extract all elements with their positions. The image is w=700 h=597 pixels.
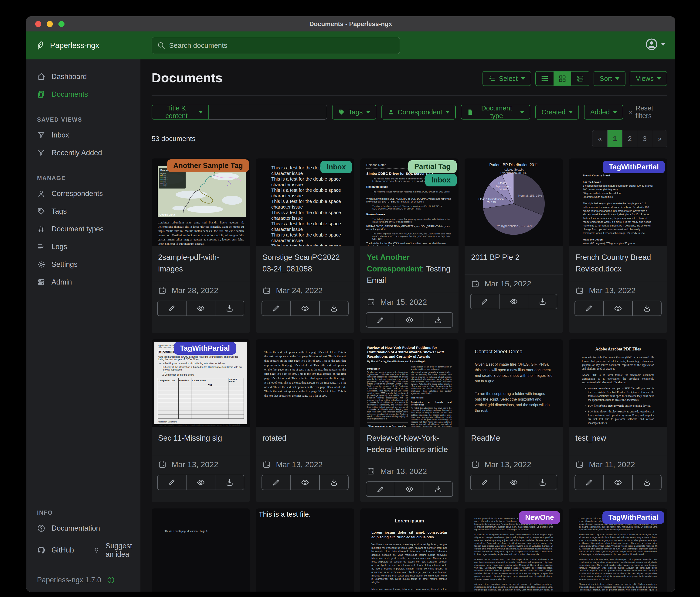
view-button[interactable] [291, 475, 319, 489]
chevron-down-icon [521, 77, 525, 80]
page-next-button[interactable]: » [652, 130, 667, 147]
sidebar-item-admin[interactable]: Admin [37, 273, 140, 291]
view-button[interactable] [186, 475, 215, 489]
document-thumbnail[interactable]: Review of New York Federal Petitions for… [360, 339, 458, 427]
download-button[interactable] [632, 475, 661, 489]
edit-button[interactable] [262, 475, 291, 489]
view-button[interactable] [291, 301, 319, 315]
document-title-link[interactable]: rotated [256, 427, 354, 454]
thumbnail-text: Aliquam et ex interdum, rutrum neque ut,… [579, 583, 657, 592]
global-search[interactable] [152, 37, 400, 54]
filter-query-input[interactable] [209, 104, 327, 120]
edit-button[interactable] [158, 301, 186, 315]
document-title-link[interactable]: 2sample-pdf-with-images [152, 246, 250, 280]
sidebar-item-document-types[interactable]: Document types [37, 220, 140, 238]
edit-button[interactable] [158, 475, 186, 489]
download-button[interactable] [319, 475, 348, 489]
view-button[interactable] [395, 313, 424, 327]
view-button[interactable] [186, 301, 215, 315]
search-input[interactable] [169, 42, 395, 49]
brand[interactable]: Paperless-ngx [35, 41, 99, 50]
sort-button[interactable]: Sort [594, 71, 625, 86]
sidebar-item-correspondents[interactable]: Correspondents [37, 185, 140, 202]
document-title-link[interactable]: Yet Another Correspondent: Testing Email [360, 246, 458, 292]
download-button[interactable] [215, 475, 244, 489]
filter-field-button[interactable]: Title & content [152, 104, 209, 120]
reset-filters-button[interactable]: × Reset filters [628, 104, 667, 120]
view-grid-button[interactable] [553, 72, 571, 86]
edit-button[interactable] [575, 475, 603, 489]
document-title-link[interactable]: ReadMe [465, 427, 563, 454]
chevron-down-icon [446, 111, 450, 114]
view-button[interactable] [603, 475, 632, 489]
sidebar-item-logs[interactable]: Logs [37, 238, 140, 256]
sidebar-item-inbox[interactable]: Inbox [37, 126, 140, 144]
edit-button[interactable] [471, 294, 499, 309]
document-thumbnail[interactable]: This is the text that appears on the fir… [256, 339, 354, 427]
page-3-button[interactable]: 3 [637, 130, 652, 147]
sidebar-item-tags[interactable]: Tags [37, 202, 140, 220]
info-circle-icon[interactable] [107, 576, 115, 584]
document-title-link[interactable]: 2011 BP Pie 2 [465, 246, 563, 273]
document-title-link[interactable]: Review-of-New-York-Federal-Petitions-art… [360, 427, 458, 461]
download-button[interactable] [424, 482, 452, 496]
filter-added-button[interactable]: Added [584, 104, 623, 120]
tag-badge[interactable]: TagWithPartial [602, 511, 665, 524]
download-button[interactable] [632, 301, 661, 315]
sidebar-item-github[interactable]: GitHub [37, 541, 74, 559]
download-button[interactable] [528, 475, 557, 489]
view-button[interactable] [499, 294, 528, 309]
document-thumbnail[interactable]: Contact Sheet Demo Given a set of image … [465, 339, 563, 427]
map-legend-item: Day 1 [164, 175, 168, 177]
document-thumbnail[interactable]: Patient BP Distribution 2011 Isolated Sy… [465, 159, 563, 246]
sidebar-item-documents[interactable]: Documents [37, 86, 140, 103]
tag-badge[interactable]: Inbox [425, 174, 457, 186]
user-menu[interactable] [645, 38, 665, 51]
edit-button[interactable] [262, 301, 291, 315]
filter-document-type-button[interactable]: Document type [461, 104, 530, 120]
edit-button[interactable] [575, 301, 603, 315]
view-button[interactable] [395, 482, 424, 496]
page-1-button[interactable]: 1 [607, 130, 622, 147]
select-button[interactable]: Select [482, 71, 531, 86]
document-correspondent[interactable]: Yet Another Correspondent [367, 253, 422, 273]
sidebar-item-dashboard[interactable]: Dashboard [37, 68, 140, 86]
download-button[interactable] [424, 313, 452, 327]
document-thumbnail[interactable]: This is a test file. [256, 508, 354, 592]
view-details-button[interactable] [571, 72, 589, 86]
page-2-button[interactable]: 2 [622, 130, 637, 147]
views-button[interactable]: Views [630, 71, 667, 86]
view-button[interactable] [603, 301, 632, 315]
document-title-link[interactable]: Sonstige ScanPC2022 03-24_081058 [256, 246, 354, 280]
download-button[interactable] [319, 301, 348, 315]
sidebar-item-documentation[interactable]: Documentation [37, 519, 140, 537]
view-list-button[interactable] [536, 72, 553, 86]
download-button[interactable] [215, 301, 244, 315]
filter-tags-button[interactable]: Tags [332, 104, 376, 120]
tag-badge[interactable]: TagWithPartial [603, 161, 665, 173]
tag-badge[interactable]: Inbox [320, 161, 352, 173]
filter-correspondent-button[interactable]: Correspondent [381, 104, 456, 120]
sidebar-item-suggest-idea[interactable]: Suggest an idea [94, 537, 140, 563]
document-thumbnail[interactable]: Adobe Acrobat PDF Files Adobe® Portable … [569, 339, 667, 427]
form-table: Completion Date Provider # Course Name C… [158, 378, 244, 419]
document-title-link[interactable]: Sec 11-Missing sig [152, 427, 250, 454]
filter-created-button[interactable]: Created [535, 104, 579, 120]
tag-badge[interactable]: NewOne [519, 511, 560, 524]
edit-button[interactable] [366, 482, 395, 496]
sidebar-item-recently-added[interactable]: Recently Added [37, 144, 140, 162]
tag-badge[interactable]: TagWithPartial [174, 342, 236, 355]
sidebar-item-settings[interactable]: Settings [37, 256, 140, 273]
document-title-link[interactable]: test_new [569, 427, 667, 454]
download-button[interactable] [528, 294, 557, 309]
edit-button[interactable] [366, 313, 395, 327]
tag-badge[interactable]: Partial Tag [408, 160, 457, 173]
view-button[interactable] [499, 475, 528, 489]
edit-button[interactable] [471, 475, 499, 489]
tag-badge[interactable]: Another Sample Tag [167, 159, 249, 172]
page-prev-button[interactable]: « [593, 130, 607, 147]
download-icon [539, 478, 547, 486]
document-thumbnail[interactable]: Lorem ipsum Lorem ipsum dolor sit amet, … [360, 508, 458, 592]
document-thumbnail[interactable]: This is a multi page document. Page 1. [152, 508, 250, 592]
document-title-link[interactable]: French Country Bread Revised.docx [569, 246, 667, 280]
